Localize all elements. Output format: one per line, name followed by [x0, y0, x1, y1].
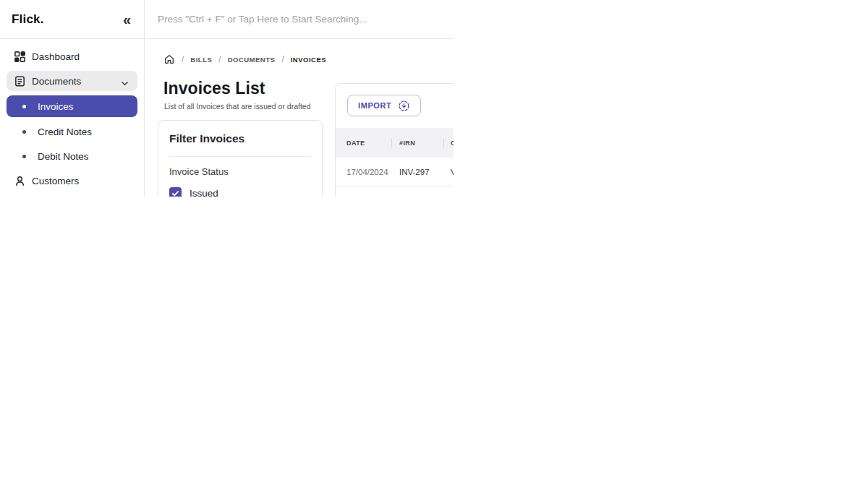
breadcrumb-item-documents[interactable]: DOCUMENTS	[228, 56, 276, 64]
collapse-sidebar-icon[interactable]: «	[123, 12, 131, 27]
import-button[interactable]: IMPORT	[347, 95, 421, 116]
breadcrumb: / BILLS / DOCUMENTS / INVOICES	[163, 53, 454, 65]
column-header-irn: #IRN	[392, 139, 443, 147]
sidebar-item-credit-notes[interactable]: Credit Notes	[7, 121, 137, 142]
main-area: Press "Ctrl + F" or Tap Here to Start Se…	[145, 0, 454, 197]
bullet-icon	[22, 105, 26, 108]
breadcrumb-separator: /	[218, 54, 221, 64]
page-title: Invoices List	[163, 79, 323, 98]
import-download-icon	[398, 100, 410, 112]
invoices-table-card: IMPORT DATE	[335, 83, 454, 197]
issued-checkbox[interactable]	[169, 187, 182, 197]
table-header: DATE #IRN C	[336, 128, 454, 158]
person-icon	[13, 174, 26, 187]
column-header-date: DATE	[336, 139, 391, 147]
sidebar-item-customers[interactable]: Customers	[7, 171, 137, 191]
sidebar-item-dashboard[interactable]: Dashboard	[7, 46, 137, 66]
cell-irn: INV-297	[392, 168, 444, 176]
global-search-bar[interactable]: Press "Ctrl + F" or Tap Here to Start Se…	[145, 0, 454, 39]
breadcrumb-separator: /	[182, 54, 184, 64]
breadcrumb-item-bills[interactable]: BILLS	[190, 56, 212, 64]
filter-title: Filter Invoices	[169, 132, 311, 145]
sidebar-item-label: Dashboard	[32, 51, 80, 62]
left-column: Invoices List List of all Invoices that …	[158, 74, 323, 197]
divider	[169, 156, 311, 157]
chevron-down-icon	[121, 77, 129, 90]
page-content: / BILLS / DOCUMENTS / INVOICES Invoices …	[145, 53, 454, 197]
sidebar-item-label: Credit Notes	[38, 126, 92, 137]
sidebar: Flick. « Dashboard	[0, 0, 145, 197]
right-column: IMPORT DATE	[335, 74, 454, 197]
bullet-icon	[22, 155, 26, 158]
sidebar-item-label: Invoices	[38, 101, 74, 112]
breadcrumb-separator: /	[281, 54, 284, 64]
search-placeholder: Press "Ctrl + F" or Tap Here to Start Se…	[158, 14, 367, 25]
dashboard-grid-icon	[13, 50, 26, 63]
sidebar-item-invoices[interactable]: Invoices	[7, 95, 137, 117]
cell-date: 17/04/2024	[336, 168, 392, 176]
issued-checkbox-label: Issued	[190, 188, 218, 197]
document-icon	[13, 74, 26, 87]
filter-option-issued: Issued	[169, 187, 311, 197]
bullet-icon	[22, 130, 26, 134]
table-row[interactable]: 17/04/2024 INV-297 V	[336, 158, 454, 187]
filter-panel: Filter Invoices Invoice Status Issued	[158, 120, 323, 197]
import-button-label: IMPORT	[358, 101, 391, 110]
sidebar-nav: Dashboard Documents	[0, 39, 144, 191]
app-viewport: Flick. « Dashboard	[0, 0, 454, 197]
app-logo: Flick.	[12, 12, 44, 27]
page-subtitle: List of all Invoices that are issued or …	[164, 102, 323, 111]
sidebar-item-label: Debit Notes	[38, 151, 89, 162]
column-header-clipped: C	[444, 139, 454, 147]
logo-bar: Flick. «	[0, 0, 144, 39]
breadcrumb-item-invoices: INVOICES	[291, 56, 326, 64]
cell-clipped: V	[444, 168, 454, 176]
sidebar-item-documents[interactable]: Documents	[7, 71, 137, 91]
home-icon[interactable]	[163, 53, 175, 65]
sidebar-item-label: Customers	[32, 176, 79, 186]
invoice-status-label: Invoice Status	[169, 166, 311, 177]
sidebar-item-label: Documents	[32, 76, 81, 87]
sidebar-item-debit-notes[interactable]: Debit Notes	[7, 146, 137, 166]
